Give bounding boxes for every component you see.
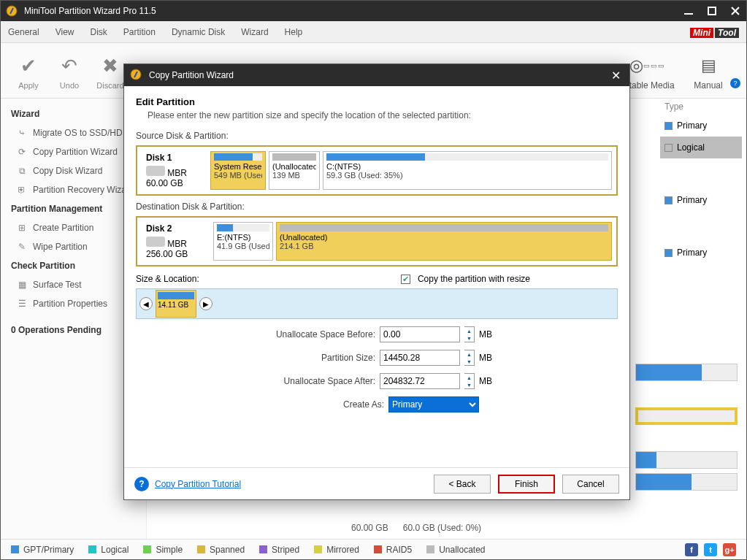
partition-chunk[interactable]: 14.11 GB (156, 290, 196, 318)
disk-info: Disk 1 MBR 60.00 GB (142, 151, 206, 190)
copy-resize-checkbox[interactable]: ✔ (401, 275, 410, 284)
tutorial-link[interactable]: Copy Partition Tutorial (155, 479, 241, 489)
create-as-select[interactable]: Primary (388, 396, 479, 413)
help-icon[interactable]: ? (134, 477, 149, 491)
resize-handle-right[interactable]: ▶ (199, 297, 212, 310)
after-label: Unallocate Space After: (251, 376, 375, 386)
partition-block[interactable]: System Reserved549 MB (Used: (210, 151, 266, 190)
unalloc-before-input[interactable] (380, 326, 460, 342)
dest-label: Destination Disk & Partition: (136, 202, 618, 212)
create-as-label: Create As: (260, 399, 384, 410)
spinner[interactable]: ▲▼ (464, 373, 475, 389)
partition-block[interactable]: C:(NTFS)59.3 GB (Used: 35%) (323, 151, 612, 190)
dialog-titlebar: Copy Partition Wizard ✕ (124, 64, 629, 86)
dialog-heading: Edit Partition (136, 96, 618, 107)
dialog-title: Copy Partition Wizard (149, 70, 608, 80)
partition-block[interactable]: (Unallocated)214.1 GB (276, 222, 612, 261)
partition-block[interactable]: E:(NTFS)41.9 GB (Used: (213, 222, 273, 261)
size-bar[interactable]: ◀ 14.11 GB ▶ (136, 288, 618, 319)
spinner[interactable]: ▲▼ (464, 350, 475, 366)
dialog-close-button[interactable]: ✕ (608, 69, 624, 83)
hdd-icon (146, 166, 165, 176)
disk-info: Disk 2 MBR 256.00 GB (142, 222, 209, 261)
source-disk-box: Disk 1 MBR 60.00 GB System Reserved549 M… (136, 145, 618, 196)
cancel-button[interactable]: Cancel (562, 475, 619, 494)
resize-handle-left[interactable]: ◀ (139, 297, 153, 310)
dest-disk-box: Disk 2 MBR 256.00 GB E:(NTFS)41.9 GB (Us… (136, 216, 618, 266)
app-logo-icon (130, 69, 143, 82)
hdd-icon (146, 237, 165, 247)
finish-button[interactable]: Finish (498, 475, 555, 494)
partition-size-label: Partition Size: (251, 353, 375, 363)
dialog-footer: ? Copy Partition Tutorial < Back Finish … (124, 467, 629, 499)
partition-size-input[interactable] (380, 350, 460, 366)
copy-partition-dialog: Copy Partition Wizard ✕ Edit Partition P… (123, 64, 630, 500)
copy-resize-label: Copy the partition with resize (418, 274, 530, 284)
before-label: Unallocate Space Before: (251, 329, 375, 340)
spinner[interactable]: ▲▼ (464, 326, 475, 342)
back-button[interactable]: < Back (434, 475, 491, 494)
size-location-label: Size & Location: (136, 274, 199, 284)
partition-block[interactable]: (Unallocated139 MB (269, 151, 320, 190)
unalloc-after-input[interactable] (380, 373, 460, 389)
source-label: Source Disk & Partition: (136, 131, 618, 141)
dialog-subheading: Please enter the new partition size and … (148, 110, 618, 120)
